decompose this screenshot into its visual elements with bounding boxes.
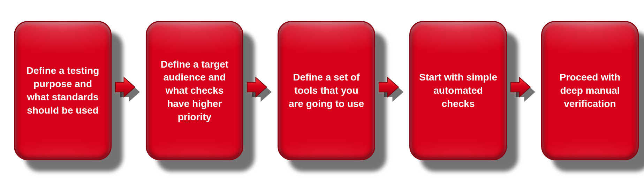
- arrow-1: [113, 75, 144, 106]
- step-5: Proceed with deep manual verification: [541, 21, 639, 160]
- arrow-right-icon: [508, 75, 533, 99]
- arrow-2: [245, 75, 276, 106]
- step-box: Start with simple automated checks: [409, 21, 507, 160]
- arrow-right-icon: [113, 75, 137, 99]
- process-flow: Define a testing purpose and what standa…: [0, 0, 644, 181]
- step-1: Define a testing purpose and what standa…: [14, 21, 112, 160]
- arrow-3: [377, 75, 408, 106]
- step-box: Define a target audience and what checks…: [146, 21, 243, 160]
- step-box: Define a testing purpose and what standa…: [14, 21, 112, 160]
- step-label: Define a set of tools that you are going…: [287, 71, 366, 110]
- step-box: Define a set of tools that you are going…: [278, 21, 375, 160]
- step-label: Define a target audience and what checks…: [155, 58, 234, 124]
- step-2: Define a target audience and what checks…: [146, 21, 243, 160]
- step-4: Start with simple automated checks: [409, 21, 507, 160]
- arrow-right-icon: [245, 75, 269, 99]
- arrow-right-icon: [377, 75, 401, 99]
- step-label: Proceed with deep manual verification: [551, 71, 629, 110]
- step-box: Proceed with deep manual verification: [541, 21, 639, 160]
- arrow-4: [508, 75, 540, 106]
- step-label: Start with simple automated checks: [419, 71, 498, 110]
- step-label: Define a testing purpose and what standa…: [23, 64, 102, 117]
- step-3: Define a set of tools that you are going…: [278, 21, 375, 160]
